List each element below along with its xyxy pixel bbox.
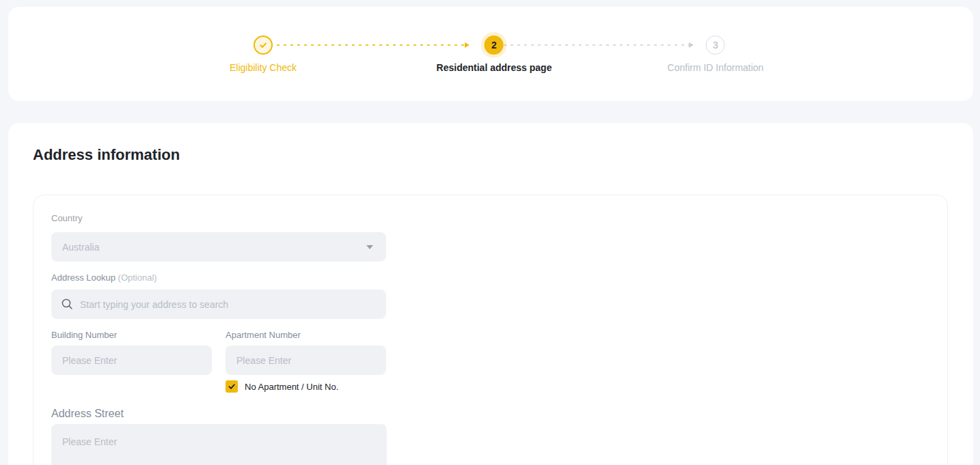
chevron-down-icon [366, 245, 373, 249]
address-lookup-label: Address Lookup (Optional) [51, 272, 947, 283]
step-3-label: Confirm ID Information [668, 62, 764, 73]
address-form: Country Australia Address Lookup (Option… [33, 195, 948, 465]
step-2-indicator: 2 [485, 36, 504, 55]
apartment-number-label: Apartment Number [226, 330, 386, 341]
address-information-card: Address information Country Australia Ad… [8, 123, 973, 465]
building-number-input[interactable] [51, 346, 212, 375]
step-confirm-id: 3 Confirm ID Information [668, 36, 764, 73]
address-street-label: Address Street [51, 407, 947, 421]
address-lookup-field [51, 290, 386, 319]
stepper-card: Eligibility Check 2 Residential address … [8, 7, 973, 101]
country-select[interactable]: Australia [51, 232, 386, 262]
step-1-indicator [254, 36, 273, 55]
step-3-indicator: 3 [706, 36, 725, 55]
search-icon [61, 298, 74, 311]
address-lookup-input[interactable] [51, 290, 386, 319]
apartment-number-input[interactable] [226, 346, 386, 375]
step-2-label: Residential address page [437, 62, 552, 73]
building-number-field: Building Number [51, 330, 212, 375]
step-residential-address: 2 Residential address page [437, 36, 552, 73]
step-eligibility-check: Eligibility Check [230, 36, 297, 73]
number-fields-row: Building Number Apartment Number [51, 330, 947, 375]
no-apartment-checkbox[interactable] [226, 380, 238, 393]
country-label: Country [51, 213, 947, 224]
address-lookup-label-text: Address Lookup [51, 272, 115, 283]
check-icon [228, 382, 236, 391]
building-number-label: Building Number [51, 330, 212, 341]
step-1-label: Eligibility Check [230, 62, 297, 73]
country-select-value: Australia [62, 242, 99, 253]
apartment-number-field: Apartment Number [226, 330, 386, 375]
check-icon [258, 40, 268, 50]
page-title: Address information [33, 146, 180, 164]
no-apartment-checkbox-row[interactable]: No Apartment / Unit No. [226, 380, 947, 393]
no-apartment-checkbox-label: No Apartment / Unit No. [245, 382, 338, 392]
address-lookup-optional-hint: (Optional) [118, 272, 157, 283]
address-street-input[interactable] [51, 424, 387, 465]
